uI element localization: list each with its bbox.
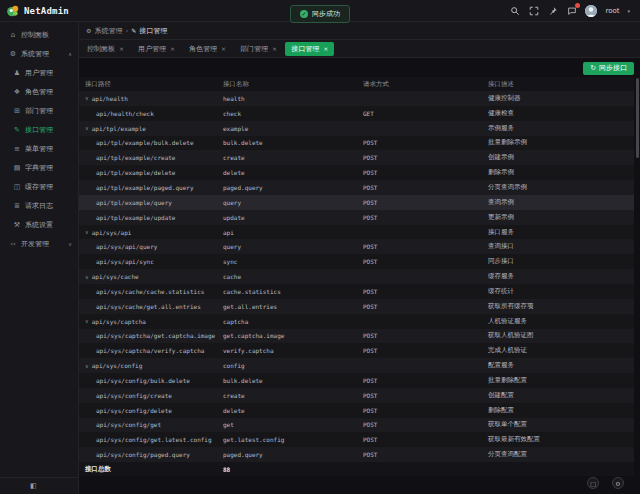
table-row[interactable]: api/sys/config/paged.querypaged.queryPOS…: [79, 447, 634, 462]
department-icon: ⊞: [13, 107, 21, 115]
sidebar-item-dev[interactable]: ‹›开发管理∨: [0, 234, 78, 253]
sidebar-item-label: 用户管理: [25, 68, 53, 78]
table-row[interactable]: api/sys/config/getgetPOST获取单个配置: [79, 418, 634, 433]
sidebar-item-settings[interactable]: ⚒系统设置: [0, 215, 78, 234]
message-icon[interactable]: [566, 5, 577, 16]
cell-path: api/tpl/example/delete: [79, 169, 223, 176]
close-icon[interactable]: ×: [119, 45, 124, 52]
table-row[interactable]: api/sys/config/createcreatePOST创建配置: [79, 388, 634, 403]
sidebar-item-label: 字典管理: [25, 163, 53, 173]
api-path: api/sys/captcha/verify.captcha: [96, 347, 204, 354]
cell-description: 获取最新有效配置: [488, 435, 634, 444]
cell-path: api/tpl/example/create: [79, 154, 223, 161]
chevron-down-icon[interactable]: ∨: [85, 125, 89, 131]
table-row[interactable]: api/tpl/example/queryqueryPOST查询示例: [79, 195, 634, 210]
collapse-sidebar-icon[interactable]: ◧: [30, 482, 37, 490]
cell-description: 获取所有缓存项: [488, 302, 634, 311]
api-path: api/tpl/example/delete: [96, 169, 175, 176]
pin-icon[interactable]: [547, 5, 558, 16]
table-row[interactable]: api/tpl/example/createcreatePOST创建示例: [79, 150, 634, 165]
sidebar-item-dictionary[interactable]: ▤字典管理: [0, 158, 78, 177]
tab-api[interactable]: 接口管理×: [285, 42, 334, 56]
table-row[interactable]: api/sys/captcha/get.captcha.imageget.cap…: [79, 329, 634, 344]
table-row[interactable]: ∨api/sys/configconfig配置服务: [79, 358, 634, 373]
table-row[interactable]: api/sys/captcha/verify.captchaverify.cap…: [79, 343, 634, 358]
table-row[interactable]: api/sys/api/queryqueryPOST查询接口: [79, 239, 634, 254]
sidebar-item-cache[interactable]: ◫缓存管理: [0, 177, 78, 196]
table-row[interactable]: api/sys/config/get.latest.configget.late…: [79, 432, 634, 447]
close-icon[interactable]: ×: [221, 45, 226, 52]
layout-button[interactable]: □: [587, 477, 599, 489]
sidebar-item-menu[interactable]: ≡菜单管理: [0, 139, 78, 158]
cell-name: example: [223, 125, 363, 132]
search-icon[interactable]: [509, 5, 520, 16]
api-path: api/sys/api: [92, 229, 132, 236]
sidebar-item-user[interactable]: ♟用户管理: [0, 63, 78, 82]
tab-department[interactable]: 部门管理×: [234, 42, 283, 56]
table-row[interactable]: api/sys/config/bulk.deletebulk.deletePOS…: [79, 373, 634, 388]
table-row[interactable]: api/tpl/example/paged.querypaged.queryPO…: [79, 180, 634, 195]
request-log-icon: ≣: [13, 202, 21, 210]
table-row[interactable]: api/sys/api/syncsyncPOST同步接口: [79, 254, 634, 269]
api-path: api/tpl/example/update: [96, 214, 175, 221]
table-row[interactable]: ∨api/healthhealth健康控制器: [79, 91, 634, 106]
sidebar-item-department[interactable]: ⊞部门管理: [0, 101, 78, 120]
tab-label: 角色管理: [189, 44, 217, 54]
api-path: api/sys/config/create: [96, 392, 172, 399]
chevron-down-icon[interactable]: ▾: [627, 8, 630, 14]
cell-description: 健康检查: [488, 109, 634, 118]
fullscreen-icon[interactable]: [528, 5, 539, 16]
table-row[interactable]: ∨api/sys/captchacaptcha人机验证服务: [79, 314, 634, 329]
table-row[interactable]: api/health/checkcheckGET健康检查: [79, 106, 634, 121]
cell-path: api/tpl/example/query: [79, 199, 223, 206]
breadcrumb-item-system[interactable]: 系统管理: [94, 26, 122, 36]
table-row[interactable]: ∨api/sys/cachecache缓存服务: [79, 269, 634, 284]
cell-name: create: [223, 392, 363, 399]
cell-description: 删除配置: [488, 406, 634, 415]
cell-description: 缓存服务: [488, 272, 634, 281]
close-icon[interactable]: ×: [272, 45, 277, 52]
theme-settings-button[interactable]: ⚙: [612, 477, 624, 489]
chevron-down-icon[interactable]: ∨: [85, 274, 89, 280]
sidebar-footer: ◧: [0, 477, 78, 494]
chevron-down-icon[interactable]: ∨: [85, 363, 89, 369]
table-body: ∨api/healthhealth健康控制器api/health/checkch…: [79, 91, 634, 462]
chevron-down-icon[interactable]: ∨: [85, 318, 89, 324]
tab-user[interactable]: 用户管理×: [132, 42, 181, 56]
table-row[interactable]: ∨api/tpl/exampleexample示例服务: [79, 121, 634, 136]
tab-dashboard[interactable]: 控制面板×: [81, 42, 130, 56]
user-avatar[interactable]: [585, 5, 597, 17]
api-path: api/tpl/example/paged.query: [96, 184, 194, 191]
tab-role[interactable]: 角色管理×: [183, 42, 232, 56]
vertical-scrollbar[interactable]: [636, 78, 639, 158]
api-path: api/sys/cache: [92, 273, 139, 280]
table-row[interactable]: api/sys/config/deletedeletePOST删除配置: [79, 403, 634, 418]
dashboard-icon: ⌂: [9, 31, 17, 39]
close-icon[interactable]: ×: [323, 45, 328, 52]
breadcrumb-item-api[interactable]: 接口管理: [139, 26, 167, 36]
table-row[interactable]: api/tpl/example/deletedeletePOST删除示例: [79, 165, 634, 180]
app-brand[interactable]: NetAdmin: [0, 4, 79, 18]
table-header-row: 接口路径 接口名称 请求方式 接口描述: [79, 77, 634, 91]
username-label[interactable]: root: [605, 7, 619, 15]
dictionary-icon: ▤: [13, 164, 21, 172]
table-row[interactable]: ∨api/sys/apiapi接口服务: [79, 225, 634, 240]
cell-name: query: [223, 199, 363, 206]
sidebar-item-system[interactable]: ⚙系统管理∧: [0, 44, 78, 63]
table-row[interactable]: api/tpl/example/bulk.deletebulk.deletePO…: [79, 136, 634, 151]
chevron-down-icon[interactable]: ∨: [85, 229, 89, 235]
chevron-down-icon[interactable]: ∨: [85, 95, 89, 101]
sidebar-item-dashboard[interactable]: ⌂控制面板: [0, 25, 78, 44]
sidebar-item-request-log[interactable]: ≣请求日志: [0, 196, 78, 215]
table-row[interactable]: api/sys/cache/get.all.entriesget.all.ent…: [79, 299, 634, 314]
table-row[interactable]: api/tpl/example/updateupdatePOST更新示例: [79, 210, 634, 225]
sync-api-button[interactable]: ↻ 同步接口: [583, 62, 634, 75]
sidebar-item-label: 菜单管理: [25, 144, 53, 154]
sidebar-item-role[interactable]: ❖角色管理: [0, 82, 78, 101]
sidebar-item-label: 角色管理: [25, 87, 53, 97]
table-row[interactable]: api/sys/cache/cache.statisticscache.stat…: [79, 284, 634, 299]
floating-actions: □ ⚙: [587, 477, 624, 489]
close-icon[interactable]: ×: [170, 45, 175, 52]
cell-method: POST: [363, 288, 488, 295]
sidebar-item-api[interactable]: ✎接口管理: [0, 120, 78, 139]
